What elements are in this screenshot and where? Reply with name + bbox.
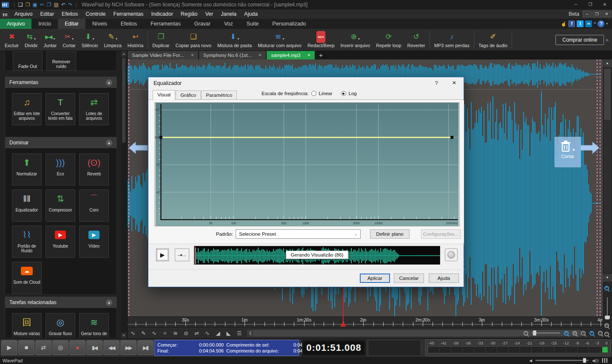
limpeza-button[interactable]: ✎▾Limpeza [101,31,125,48]
section-header[interactable]: Ferramentas▲ [5,77,117,88]
sidebar-item-editar-em-lote-arquivos[interactable]: ♫Editar em lote arquivos [12,93,42,125]
zoom-slider[interactable] [532,333,560,333]
document-tab-1[interactable]: Symphony No.6 (1st...✕ [199,51,266,59]
rewind-button[interactable]: ◀◀ [103,340,120,355]
mixer-icon[interactable] [602,358,608,363]
radio-log-label[interactable]: Log [349,91,357,96]
cut-icon[interactable]: ✂ [40,0,44,9]
dropdown-caret-icon[interactable]: ▾ [237,36,239,42]
menu-indicador[interactable]: Indicador [147,9,176,19]
help-caret-icon[interactable]: ▾ [606,22,608,25]
buy-online-button[interactable]: Comprar online [555,35,604,45]
cycle-tool-icon[interactable]: ⊘ [181,329,191,338]
dropdown-caret-icon[interactable]: ▾ [358,36,360,42]
collapse-section-icon[interactable]: ▲ [106,299,112,306]
timeline-ruler[interactable]: 30s1m1m:30s2m2m:30s3m3m:30s4m [128,316,603,327]
go-start-button[interactable]: ▮◀ [86,340,102,355]
tab-parametrico[interactable]: Paramétrico [201,90,237,99]
new-file-icon[interactable]: ❏ [18,0,23,9]
radio-log[interactable] [341,91,346,96]
cortar-button[interactable]: ✂▾Cortar [60,31,79,48]
dialog-close-icon[interactable]: ✕ [445,77,464,89]
reverter-button[interactable]: ↺Reverter [404,31,428,48]
volume-low-icon[interactable]: ◀ [529,358,532,363]
volume-slider[interactable] [535,360,589,361]
loop-playback-button[interactable] [445,248,458,261]
sidebar-item-som-de-cloud[interactable]: ☁Som de Cloud [12,262,42,294]
sidebar-item-youtube[interactable]: ▶Youtube [46,226,75,258]
section-header[interactable]: Tarefas relacionadas▲ [5,297,117,308]
sidebar-button-1[interactable]: Remover ruído [46,51,76,71]
linkedin-icon[interactable]: in [585,20,592,27]
redact-beep-button[interactable]: $@!#Redact/Beep [305,31,338,48]
zoom-fit-vertical-icon[interactable]: − [604,330,609,338]
fade-in-tool-icon[interactable]: ◢ [213,329,223,338]
sidebar-item-equalizador[interactable]: ‖‖Equalizador [12,189,42,222]
sidebar-item-misture-várias[interactable]: 回Misture várias [12,313,42,339]
facebook-icon[interactable]: f [568,20,575,27]
ribbon-tab-efeitos[interactable]: Efeitos [114,19,144,29]
loop-button[interactable]: ⇄ [35,340,51,355]
cancel-button[interactable]: Cancelar [394,274,424,283]
scroll-up-icon[interactable]: ▲ [603,59,612,67]
close-tab-icon[interactable]: ✕ [307,53,310,57]
zoom-to-selection-icon[interactable]: ▭ [572,331,577,336]
stop-button[interactable]: ■ [18,340,34,355]
dropdown-caret-icon[interactable]: ▾ [34,36,36,42]
dropdown-caret-icon[interactable]: ▾ [116,36,117,42]
collapse-ribbon-icon[interactable]: ^ [594,21,596,26]
sidebar-item-gerar-tons-de[interactable]: ≋Gerar tons de [79,313,109,339]
sidebar-item-coro[interactable]: ⌒Coro [79,189,109,222]
menu-ferramentas[interactable]: Ferramentas [110,9,148,19]
menu-controle[interactable]: Controle [82,9,109,19]
cut-dropdown-icon[interactable]: ▼ [572,148,576,152]
inserir-arquivo-button[interactable]: ⊕▾Inserir arquivo [338,31,373,48]
menu-ajuda[interactable]: Ajuda [240,9,262,19]
mistura-de-pasta-button[interactable]: ⬇▾Mistura de pasta [214,31,255,48]
toolbar-overflow-icon[interactable]: » [606,37,609,43]
excluir-button[interactable]: ✖Excluir [2,31,22,48]
silencio-button[interactable]: ⬇▾Silêncio [79,31,101,48]
ribbon-tab-ferramentas[interactable]: Ferramentas [144,19,188,29]
scroll-left-arrow-icon[interactable] [128,141,148,155]
sidebar-scroll-down-icon[interactable]: ▼ [121,333,126,339]
draw-tool-icon[interactable]: ✎ [139,329,148,338]
sidebar-item-lotes-de-arquivos[interactable]: ⇄Lotes de arquivos [79,93,109,125]
zoom-out-icon[interactable]: − [524,331,528,336]
help-button[interactable]: Ajuda [429,274,459,283]
tab-grafico[interactable]: Gráfico [176,90,201,99]
small-wave-tool-icon[interactable]: ∿ [202,329,212,338]
menu-efeitos[interactable]: Efeitos [58,9,82,19]
mp3-sem-perdas-button[interactable]: ♪MP3 sem perdas [431,31,473,48]
dropdown-caret-icon[interactable]: ▾ [54,36,55,42]
wave-p-tool-icon[interactable]: ∿ [149,329,159,338]
sidebar-item-gravar-fluxo[interactable]: ◎Gravar fluxo [46,313,75,339]
sidebar-item-compressor[interactable]: ⇅Compressor [46,189,75,222]
dropdown-caret-icon[interactable]: ▾ [72,36,74,42]
zoom-reset-icon[interactable]: − [598,331,603,336]
zoom-project-icon[interactable]: + [589,331,594,336]
equalizer-graph[interactable]: +200dB-20-4050100500100050001000020000Hz [154,102,460,226]
scroll-down-icon[interactable]: ▼ [603,274,612,282]
vertical-zoom-slider[interactable] [607,297,608,319]
open-folder-icon[interactable]: ❒ [26,0,30,9]
ribbon-tab-voz[interactable]: Voz [217,19,240,29]
ribbon-tab-arquivo[interactable]: Arquivo [0,19,31,29]
fade-out-tool-icon[interactable]: ◣ [224,329,233,338]
close-tab-icon[interactable]: ✕ [191,53,194,57]
wave-lp-tool-icon[interactable]: ≈ [160,329,170,338]
tab-visual[interactable]: Visual [153,90,175,100]
play-button[interactable]: ▶ [1,340,17,355]
sidebar-item-reverb[interactable]: (ʘ)Reverb [79,153,109,186]
misturar-com-arquivo-button[interactable]: ≋▾Misturar com arquivo [255,31,305,48]
scroll-right-arrow-icon[interactable] [580,141,600,155]
volume-high-icon[interactable]: ◀))) [592,358,599,363]
menu-janela[interactable]: Janela [217,9,240,19]
mdi-minimize-icon[interactable]: ─ [583,11,592,17]
define-plan-button[interactable]: Definir plano [370,229,410,239]
zoom-in-icon[interactable]: + [564,331,569,336]
cut-selection-button[interactable]: ▼ Cortar [555,137,581,167]
help-icon[interactable]: ? [598,20,604,27]
menu-região[interactable]: Região [177,9,202,19]
redo-icon[interactable]: ↷ [68,0,72,9]
